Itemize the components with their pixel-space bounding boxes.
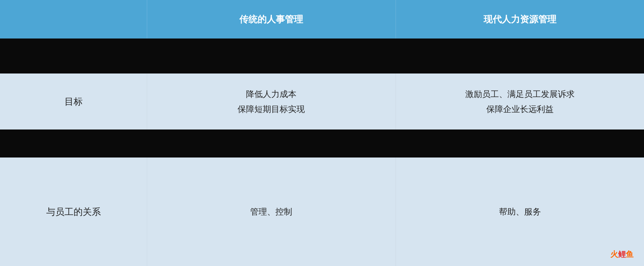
header-traditional: 传统的人事管理 <box>147 0 396 38</box>
watermark: 火鲤鱼 <box>610 249 633 260</box>
modern-header-text: 现代人力资源管理 <box>484 13 556 26</box>
traditional-header-text: 传统的人事管理 <box>239 13 303 26</box>
header-label-cell <box>0 0 147 38</box>
relation-traditional: 管理、控制 <box>147 158 396 266</box>
target-traditional: 降低人力成本 保障短期目标实现 <box>147 74 396 130</box>
dark-separator-1 <box>0 38 644 74</box>
comparison-table: 传统的人事管理 现代人力资源管理 目标 降低人力成本 保障短期目标实现 激励员工… <box>0 0 644 266</box>
target-modern: 激励员工、满足员工发展诉求 保障企业长远利益 <box>396 74 644 130</box>
relation-modern: 帮助、服务 <box>396 158 644 266</box>
header-modern: 现代人力资源管理 <box>396 0 644 38</box>
watermark-carp-char: 鲤 <box>618 250 626 259</box>
watermark-fish-char: 鱼 <box>626 250 633 259</box>
target-row: 目标 降低人力成本 保障短期目标实现 激励员工、满足员工发展诉求 保障企业长远利… <box>0 74 644 130</box>
table-header: 传统的人事管理 现代人力资源管理 <box>0 0 644 38</box>
dark-separator-2 <box>0 130 644 158</box>
relation-label: 与员工的关系 <box>0 158 147 266</box>
target-label: 目标 <box>0 74 147 130</box>
watermark-fire-char: 火 <box>610 250 618 259</box>
relation-row: 与员工的关系 管理、控制 帮助、服务 <box>0 158 644 266</box>
